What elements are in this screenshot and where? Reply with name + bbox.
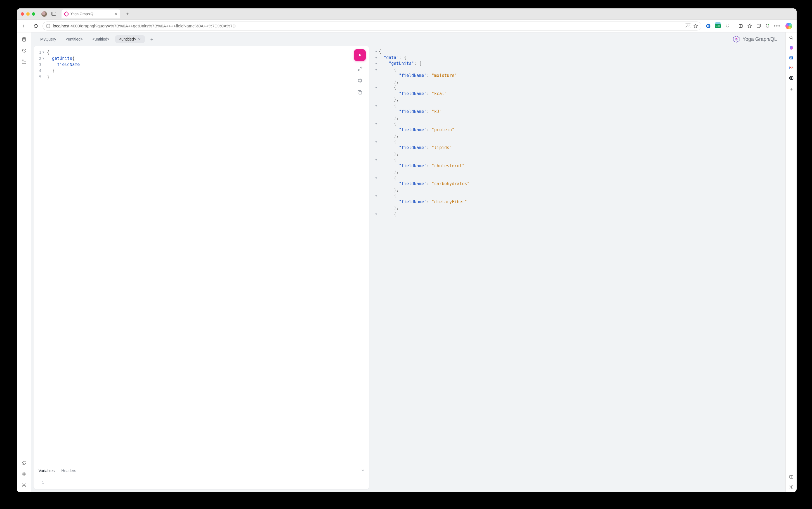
maximize-window-button[interactable]: [32, 12, 35, 16]
tab-variables[interactable]: Variables: [39, 469, 55, 473]
svg-line-27: [792, 38, 793, 39]
browser-tab-title: Yoga GraphiQL: [70, 12, 95, 16]
query-tab[interactable]: <untitled>✕: [115, 35, 145, 43]
svg-text:O: O: [790, 57, 791, 59]
url-field[interactable]: localhost :4000/graphql?query=%7B%0A++ge…: [42, 22, 701, 31]
close-tab-button[interactable]: ✕: [114, 12, 117, 16]
outlook-icon[interactable]: O: [789, 55, 794, 60]
favorites-icon[interactable]: [747, 24, 752, 29]
brand-text: Yoga GraphiQL: [743, 36, 777, 42]
query-editor-panel: 1▼2▼3 4 5 { getUnits{ fieldName }}: [34, 46, 369, 489]
svg-rect-32: [789, 67, 790, 69]
url-host: localhost: [53, 24, 69, 28]
graphiql-stage: MyQuery<untitled><untitled><untitled>✕ ＋…: [31, 32, 785, 492]
variables-gutter: 1: [34, 476, 46, 485]
editor-code[interactable]: { getUnits{ fieldName }}: [46, 46, 369, 465]
editor-bottom-tabs: Variables Headers: [34, 465, 369, 474]
extensions-icon[interactable]: [725, 24, 730, 29]
minimize-window-button[interactable]: [26, 12, 30, 16]
tab-overview-icon[interactable]: [51, 12, 56, 16]
svg-point-20: [23, 485, 25, 486]
refetch-icon[interactable]: [22, 460, 27, 465]
extension-badge-icon[interactable]: 1.00: [715, 24, 721, 28]
collections-icon[interactable]: [756, 24, 761, 29]
toggle-sidebar-icon[interactable]: [789, 474, 794, 479]
onepassword-icon[interactable]: [706, 24, 711, 29]
app-area: MyQuery<untitled><untitled><untitled>✕ ＋…: [17, 32, 785, 492]
graphiql-sidebar: [17, 32, 31, 492]
favorite-star-icon[interactable]: [693, 24, 698, 29]
svg-point-37: [790, 486, 792, 488]
history-icon[interactable]: [22, 48, 27, 53]
titlebar: Yoga GraphiQL ✕ ＋: [17, 8, 797, 20]
svg-rect-16: [22, 472, 24, 474]
reload-button[interactable]: [32, 22, 40, 30]
svg-rect-18: [22, 474, 24, 476]
editor-gutter: 1▼2▼3 4 5: [34, 46, 46, 465]
query-tabs-row: MyQuery<untitled><untitled><untitled>✕ ＋…: [31, 32, 785, 46]
query-tab[interactable]: <untitled>: [62, 35, 87, 43]
browser-essentials-icon[interactable]: [765, 24, 770, 29]
svg-point-26: [790, 36, 792, 39]
query-editor[interactable]: 1▼2▼3 4 5 { getUnits{ fieldName }}: [34, 46, 369, 465]
query-tab[interactable]: <untitled>: [89, 35, 113, 43]
copy-icon[interactable]: [357, 90, 363, 96]
tab-headers[interactable]: Headers: [61, 469, 76, 473]
browser-window: Yoga GraphiQL ✕ ＋ localhost :4000/graphq…: [17, 8, 797, 492]
edge-sidebar: O ＋: [785, 32, 797, 492]
shortcuts-icon[interactable]: [22, 472, 27, 477]
copilot-button[interactable]: [785, 23, 792, 29]
url-path: :4000/graphql?query=%7B%0A++getUnits%7B%…: [69, 24, 236, 28]
back-button[interactable]: [20, 22, 27, 30]
query-tab[interactable]: MyQuery: [36, 35, 60, 43]
m365-icon[interactable]: [789, 45, 794, 50]
svg-rect-12: [22, 37, 26, 41]
add-sidebar-item-button[interactable]: ＋: [789, 86, 794, 92]
docs-icon[interactable]: [22, 37, 27, 42]
browser-tab-active[interactable]: Yoga GraphiQL ✕: [62, 9, 120, 19]
svg-rect-35: [790, 475, 793, 478]
github-icon[interactable]: [789, 75, 794, 80]
prettify-icon[interactable]: [357, 66, 363, 73]
execute-button[interactable]: [354, 49, 366, 61]
site-info-icon[interactable]: [45, 24, 50, 29]
brand-label: Yoga GraphiQL: [733, 36, 780, 43]
body-row: MyQuery<untitled><untitled><untitled>✕ ＋…: [17, 32, 797, 492]
svg-rect-5: [708, 25, 709, 27]
response-panel[interactable]: ▼{▼ "data": {▼ "getUnits": [▼ { "fieldNa…: [374, 46, 785, 489]
gmail-icon[interactable]: [789, 65, 794, 70]
settings-icon[interactable]: [22, 483, 27, 488]
explorer-icon[interactable]: [22, 59, 27, 64]
svg-rect-33: [793, 67, 793, 69]
traffic-lights: [21, 12, 35, 16]
close-query-tab-button[interactable]: ✕: [138, 37, 141, 41]
svg-point-11: [768, 24, 769, 26]
separator: [734, 23, 734, 29]
editor-toolbar: [354, 49, 366, 96]
more-menu-button[interactable]: •••: [774, 24, 780, 29]
panels: 1▼2▼3 4 5 { getUnits{ fieldName }}: [31, 46, 785, 492]
svg-rect-19: [24, 474, 26, 476]
new-tab-button[interactable]: ＋: [123, 10, 132, 18]
search-icon[interactable]: [789, 35, 794, 40]
variables-editor[interactable]: 1: [34, 474, 369, 489]
svg-rect-24: [358, 79, 361, 82]
sidebar-settings-icon[interactable]: [789, 484, 794, 489]
url-text: localhost :4000/graphql?query=%7B%0A++ge…: [53, 24, 683, 28]
svg-rect-25: [359, 92, 362, 94]
svg-point-23: [736, 38, 737, 39]
split-screen-icon[interactable]: [738, 24, 743, 29]
profile-avatar[interactable]: [41, 11, 47, 17]
add-query-tab-button[interactable]: ＋: [147, 36, 156, 42]
close-window-button[interactable]: [21, 12, 24, 16]
yoga-logo-icon: [733, 36, 740, 43]
collapse-bottom-icon[interactable]: [361, 468, 365, 473]
svg-rect-17: [24, 472, 26, 474]
address-bar-row: localhost :4000/graphql?query=%7B%0A++ge…: [17, 20, 797, 32]
favicon-icon: [64, 11, 69, 17]
read-aloud-icon[interactable]: A»: [685, 24, 691, 28]
svg-rect-10: [757, 25, 760, 28]
merge-icon[interactable]: [357, 78, 363, 84]
toolbar-extension-icons: 1.00 •••: [704, 23, 794, 29]
